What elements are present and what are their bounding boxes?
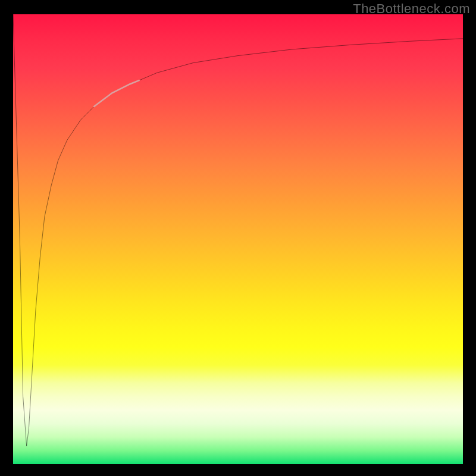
watermark-label: TheBottleneck.com <box>353 1 470 17</box>
chart-svg <box>13 14 463 464</box>
highlight-segment <box>94 80 139 107</box>
chart-frame: TheBottleneck.com <box>0 0 476 476</box>
bottleneck-curve <box>13 14 463 446</box>
